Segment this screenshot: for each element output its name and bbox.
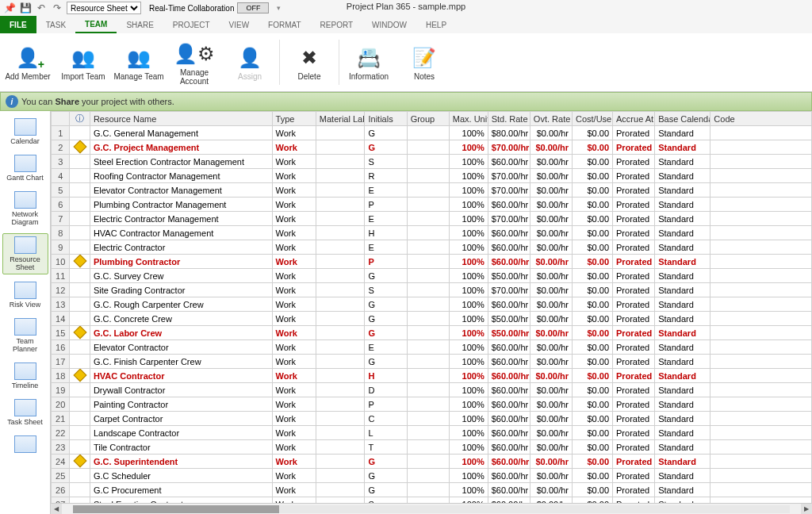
cell-name[interactable]: Elevator Contractor [90,340,272,355]
cell-std[interactable]: $70.00/hr [488,283,530,297]
cell-row[interactable]: 16 [52,340,70,355]
cell-cal[interactable]: Standard [655,255,710,269]
cell-max[interactable]: 100% [449,297,488,312]
cell-acc[interactable]: Prorated [613,198,655,212]
cell-ovt[interactable]: $0.00/hr [530,269,572,283]
cell-ind[interactable] [70,126,90,140]
cell-row[interactable]: 20 [52,397,70,412]
cell-mat[interactable] [316,469,365,483]
cell-cal[interactable]: Standard [655,140,710,155]
cell-max[interactable]: 100% [449,269,488,283]
menu-view[interactable]: VIEW [220,16,259,33]
table-row[interactable]: 1G.C. General ManagementWorkG100%$80.00/… [52,126,812,140]
cell-ind[interactable] [70,440,90,455]
cell-init[interactable]: E [365,183,407,198]
cell-name[interactable]: Landscape Contractor [90,426,272,440]
cell-mat[interactable] [316,326,365,340]
cell-std[interactable]: $60.00/hr [488,497,530,504]
scroll-right-icon[interactable]: ▶ [801,504,812,515]
cell-cal[interactable]: Standard [655,326,710,340]
cell-acc[interactable]: Prorated [613,212,655,226]
cell-init[interactable]: P [365,198,407,212]
cell-ovt[interactable]: $0.00/hr [530,383,572,397]
cell-row[interactable]: 9 [52,240,70,255]
cell-code[interactable] [710,183,812,198]
cell-mat[interactable] [316,397,365,412]
menu-project[interactable]: PROJECT [163,16,220,33]
cell-mat[interactable] [316,412,365,426]
cell-ovt[interactable]: $0.00/hr [530,412,572,426]
cell-grp[interactable] [407,497,449,504]
cell-type[interactable]: Work [272,440,316,455]
cell-mat[interactable] [316,440,365,455]
cell-grp[interactable] [407,369,449,383]
col-ovt[interactable]: Ovt. Rate [530,112,572,126]
cell-row[interactable]: 12 [52,283,70,297]
cell-type[interactable]: Work [272,483,316,497]
cell-type[interactable]: Work [272,355,316,369]
cell-name[interactable]: Site Grading Contractor [90,283,272,297]
cell-acc[interactable]: Prorated [613,297,655,312]
cell-name[interactable]: Carpet Contractor [90,412,272,426]
cell-cal[interactable]: Standard [655,469,710,483]
cell-std[interactable]: $60.00/hr [488,340,530,355]
cell-cal[interactable]: Standard [655,383,710,397]
cell-ind[interactable] [70,212,90,226]
cell-ovt[interactable]: $0.00/hr [530,369,572,383]
cell-cost[interactable]: $0.00 [573,212,613,226]
cell-std[interactable]: $60.00/hr [488,383,530,397]
rtc-toggle[interactable]: OFF [237,2,269,13]
cell-max[interactable]: 100% [449,169,488,183]
ribbon-manage-team[interactable]: 👥Manage Team [111,36,167,88]
cell-cost[interactable]: $0.00 [573,355,613,369]
view-team-planner[interactable]: Team Planner [2,316,48,355]
cell-init[interactable]: H [365,226,407,240]
cell-code[interactable] [710,155,812,169]
cell-row[interactable]: 2 [52,140,70,155]
cell-init[interactable]: E [365,240,407,255]
cell-ovt[interactable]: $0.00/hr [530,226,572,240]
cell-code[interactable] [710,340,812,355]
cell-name[interactable]: HVAC Contractor [90,369,272,383]
col-name[interactable]: Resource Name [90,112,272,126]
cell-type[interactable]: Work [272,326,316,340]
cell-row[interactable]: 11 [52,269,70,283]
cell-cost[interactable]: $0.00 [573,426,613,440]
cell-ovt[interactable]: $0.00/hr [530,312,572,326]
cell-ovt[interactable]: $0.00/hr [530,469,572,483]
cell-max[interactable]: 100% [449,497,488,504]
cell-mat[interactable] [316,455,365,469]
cell-grp[interactable] [407,312,449,326]
cell-ovt[interactable]: $0.00/hr [530,355,572,369]
menu-window[interactable]: WINDOW [362,16,416,33]
cell-type[interactable]: Work [272,455,316,469]
cell-mat[interactable] [316,126,365,140]
cell-grp[interactable] [407,426,449,440]
cell-ind[interactable] [70,155,90,169]
cell-code[interactable] [710,326,812,340]
cell-ovt[interactable]: $0.00/hr [530,340,572,355]
cell-max[interactable]: 100% [449,455,488,469]
cell-mat[interactable] [316,198,365,212]
cell-init[interactable]: G [365,126,407,140]
cell-grp[interactable] [407,326,449,340]
scroll-thumb[interactable] [73,505,279,513]
cell-name[interactable]: Plumbing Contractor Management [90,198,272,212]
cell-max[interactable]: 100% [449,155,488,169]
cell-code[interactable] [710,140,812,155]
cell-cal[interactable]: Standard [655,340,710,355]
table-row[interactable]: 16Elevator ContractorWorkE100%$60.00/hr$… [52,340,812,355]
cell-init[interactable]: G [365,455,407,469]
cell-init[interactable]: P [365,255,407,269]
cell-ovt[interactable]: $0.00/hr [530,255,572,269]
cell-ind[interactable] [70,383,90,397]
cell-std[interactable]: $50.00/hr [488,326,530,340]
cell-cal[interactable]: Standard [655,440,710,455]
cell-init[interactable]: E [365,212,407,226]
table-row[interactable]: 2G.C. Project ManagementWorkG100%$70.00/… [52,140,812,155]
col-cal[interactable]: Base Calendar [655,112,710,126]
cell-grp[interactable] [407,340,449,355]
cell-row[interactable]: 4 [52,169,70,183]
cell-name[interactable]: HVAC Contractor Management [90,226,272,240]
cell-ind[interactable] [70,226,90,240]
